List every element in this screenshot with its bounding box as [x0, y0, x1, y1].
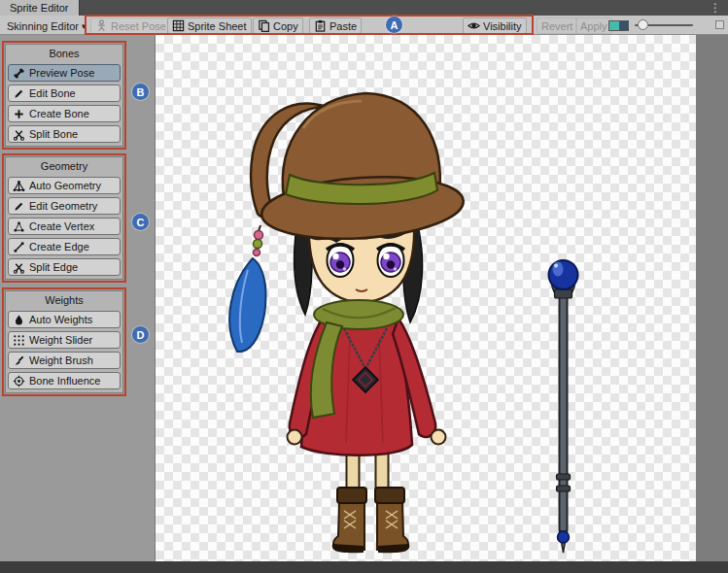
- toolbar: Skinning Editor ▾ Reset Pose Sprite Shee…: [0, 16, 728, 35]
- revert-label: Revert: [541, 20, 572, 32]
- create-vertex-button[interactable]: Create Vertex: [8, 218, 121, 235]
- mode-dropdown[interactable]: Skinning Editor ▾: [2, 17, 91, 34]
- split-edge-button[interactable]: Split Edge: [8, 258, 121, 276]
- button-label: Split Edge: [29, 261, 78, 273]
- toolbar-slider[interactable]: [632, 16, 696, 35]
- annotation-badge-d: D: [132, 326, 149, 343]
- geometry-panel: Geometry Auto Geometry Edit Geometry Cre…: [5, 156, 123, 280]
- button-label: Create Vertex: [29, 220, 94, 232]
- revert-button[interactable]: Revert: [537, 17, 577, 34]
- copy-button[interactable]: Copy: [253, 17, 303, 34]
- plus-icon: [13, 108, 25, 120]
- sprite-canvas[interactable]: [156, 35, 696, 561]
- mesh-icon: [13, 180, 25, 192]
- droplet-icon: [13, 314, 25, 326]
- sprite-editor-window: Sprite Editor ⋮ Skinning Editor ▾ Reset …: [0, 0, 728, 573]
- bone-icon: [13, 67, 25, 80]
- button-label: Create Edge: [29, 241, 89, 253]
- reset-pose-label: Reset Pose: [111, 20, 166, 32]
- color-swatch[interactable]: [608, 20, 629, 31]
- weight-brush-button[interactable]: Weight Brush: [8, 352, 121, 369]
- button-label: Edit Bone: [29, 87, 76, 99]
- annotation-badge-b: B: [132, 84, 149, 100]
- annotation-highlight-geometry: Geometry Auto Geometry Edit Geometry Cre…: [2, 153, 126, 283]
- paste-label: Paste: [329, 20, 357, 32]
- pencil-icon: [13, 200, 25, 213]
- slider-knob[interactable]: [638, 19, 648, 30]
- annotation-badge-c: C: [132, 214, 149, 230]
- scissors-icon: [13, 128, 25, 141]
- target-icon: [13, 375, 25, 388]
- staff-sprite: [549, 260, 578, 553]
- brush-icon: [13, 354, 25, 367]
- tool-sidebar: Bones Preview Pose Edit Bone Create Bone…: [0, 35, 156, 561]
- weight-slider-button[interactable]: Weight Slider: [8, 331, 121, 349]
- window-tab-bar: Sprite Editor ⋮: [0, 0, 728, 16]
- annotation-highlight-weights: Weights Auto Weights Weight Slider Weigh…: [2, 287, 126, 396]
- canvas-out-of-bounds-area: [696, 35, 728, 561]
- eye-icon: [468, 19, 480, 32]
- copy-label: Copy: [273, 20, 298, 32]
- sprite-sheet-label: Sprite Sheet: [188, 20, 247, 32]
- weights-panel-title: Weights: [8, 292, 121, 308]
- split-bone-button[interactable]: Split Bone: [8, 125, 121, 143]
- copy-icon: [258, 19, 270, 32]
- sprite-render: [156, 35, 696, 561]
- toolbar-corner-button[interactable]: [715, 20, 724, 29]
- button-label: Auto Weights: [29, 314, 92, 325]
- create-bone-button[interactable]: Create Bone: [8, 105, 121, 122]
- sprite-sheet-button[interactable]: Sprite Sheet: [167, 17, 252, 34]
- create-edge-button[interactable]: Create Edge: [8, 238, 121, 255]
- auto-weights-button[interactable]: Auto Weights: [8, 311, 121, 328]
- reset-pose-button[interactable]: Reset Pose: [90, 17, 171, 34]
- edge-icon: [13, 241, 25, 253]
- annotation-badge-a: A: [386, 17, 402, 33]
- bones-panel: Bones Preview Pose Edit Bone Create Bone…: [5, 44, 123, 147]
- vertex-icon: [13, 220, 25, 233]
- pencil-icon: [13, 87, 25, 100]
- paste-icon: [314, 19, 327, 32]
- chevron-down-icon: ▾: [82, 21, 87, 31]
- status-strip: [0, 561, 728, 573]
- apply-button[interactable]: Apply: [575, 17, 612, 34]
- tab-title: Sprite Editor: [10, 2, 69, 14]
- annotation-highlight-bones: Bones Preview Pose Edit Bone Create Bone…: [2, 41, 126, 150]
- button-label: Bone Influence: [29, 375, 100, 387]
- paste-button[interactable]: Paste: [309, 17, 362, 34]
- kebab-menu-icon[interactable]: ⋮: [710, 0, 721, 16]
- button-label: Weight Slider: [29, 334, 92, 346]
- button-label: Preview Pose: [29, 67, 94, 79]
- visibility-label: Visibility: [483, 20, 522, 32]
- grid-dots-icon: [13, 334, 25, 347]
- preview-pose-button[interactable]: Preview Pose: [8, 64, 121, 82]
- auto-geometry-button[interactable]: Auto Geometry: [8, 177, 121, 194]
- button-label: Weight Brush: [29, 354, 93, 366]
- weights-panel: Weights Auto Weights Weight Slider Weigh…: [5, 290, 123, 393]
- geometry-panel-title: Geometry: [8, 158, 121, 174]
- pose-icon: [95, 19, 108, 32]
- button-label: Create Bone: [29, 108, 89, 119]
- button-label: Split Bone: [29, 128, 78, 140]
- grid-icon: [172, 19, 185, 32]
- button-label: Auto Geometry: [29, 180, 101, 191]
- bone-influence-button[interactable]: Bone Influence: [8, 372, 121, 389]
- character-sprite: [229, 93, 466, 553]
- visibility-button[interactable]: Visibility: [463, 17, 527, 34]
- edit-geometry-button[interactable]: Edit Geometry: [8, 197, 121, 215]
- sprite-editor-tab[interactable]: Sprite Editor: [0, 0, 80, 16]
- scissors-icon: [13, 261, 25, 274]
- button-label: Edit Geometry: [29, 200, 97, 212]
- edit-bone-button[interactable]: Edit Bone: [8, 84, 121, 102]
- mode-dropdown-label: Skinning Editor: [7, 20, 79, 32]
- apply-label: Apply: [580, 20, 607, 32]
- bones-panel-title: Bones: [8, 46, 121, 61]
